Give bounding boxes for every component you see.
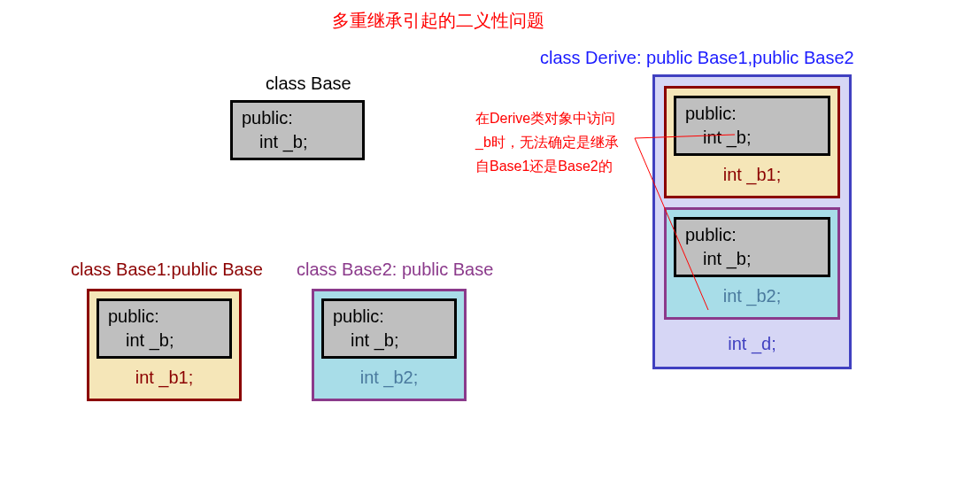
base-class-box: public: int _b; (230, 100, 365, 160)
derive-class-box: public: int _b; int _b1; public: int _b;… (652, 74, 852, 369)
derive-class-label: class Derive: public Base1,public Base2 (540, 48, 854, 68)
derive-sub2-own: int _b2; (674, 277, 830, 310)
base2-class-label: class Base2: public Base (297, 259, 493, 280)
base-access-label: public: (242, 108, 353, 128)
base2-access-label: public: (333, 306, 445, 327)
derive-base2-subbox: public: int _b; int _b2; (664, 207, 840, 320)
diagram-title: 多重继承引起的二义性问题 (332, 9, 544, 33)
derive-sub1-access: public: (685, 104, 819, 124)
base2-inherited-box: public: int _b; (321, 298, 457, 359)
base1-access-label: public: (108, 306, 220, 327)
annotation-line3: 自Base1还是Base2的 (475, 154, 639, 178)
base2-inherited-member: int _b; (333, 327, 445, 351)
annotation-line1: 在Derive类对象中访问 (475, 106, 639, 130)
derive-own-member: int _d; (664, 325, 840, 358)
base-member-label: int _b; (242, 128, 353, 152)
derive-base1-subbox: public: int _b; int _b1; (664, 86, 840, 198)
derive-sub2-inherited: int _b; (685, 245, 819, 269)
derive-sub1-own: int _b1; (674, 156, 830, 189)
base-class-label: class Base (266, 74, 351, 94)
base1-inherited-box: public: int _b; (96, 298, 232, 359)
base2-own-member: int _b2; (321, 359, 457, 391)
base1-inherited-member: int _b; (108, 327, 220, 351)
annotation-line2: _b时，无法确定是继承 (475, 130, 639, 154)
ambiguity-annotation: 在Derive类对象中访问 _b时，无法确定是继承 自Base1还是Base2的 (475, 106, 639, 179)
derive-sub2-access: public: (685, 225, 819, 245)
base1-class-label: class Base1:public Base (71, 259, 263, 280)
derive-sub2-inherited-box: public: int _b; (674, 217, 830, 277)
derive-sub1-inherited: int _b; (685, 124, 819, 148)
base1-class-box: public: int _b; int _b1; (87, 289, 242, 401)
base1-own-member: int _b1; (96, 359, 232, 391)
derive-sub1-inherited-box: public: int _b; (674, 96, 830, 156)
base2-class-box: public: int _b; int _b2; (312, 289, 467, 401)
